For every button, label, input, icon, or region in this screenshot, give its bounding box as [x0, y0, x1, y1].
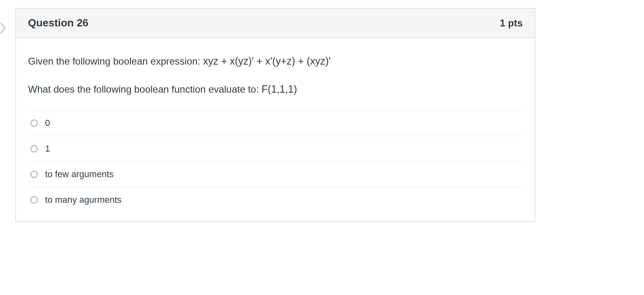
- answer-label: 0: [45, 118, 50, 128]
- radio-icon[interactable]: [30, 145, 38, 152]
- question-points: 1 pts: [500, 17, 523, 29]
- radio-icon[interactable]: [30, 119, 38, 127]
- question-prompt-line-2: What does the following boolean function…: [28, 82, 523, 96]
- answer-label: 1: [45, 143, 50, 154]
- question-header: Question 26 1 pts: [16, 9, 535, 38]
- radio-icon[interactable]: [30, 196, 38, 204]
- answer-option[interactable]: 1: [28, 136, 523, 161]
- answer-option[interactable]: to few arguments: [28, 161, 523, 187]
- radio-icon[interactable]: [30, 171, 38, 178]
- question-prompt-line-1: Given the following boolean expression: …: [28, 54, 523, 68]
- answer-label: to few arguments: [45, 169, 114, 180]
- question-card: Question 26 1 pts Given the following bo…: [15, 8, 535, 222]
- current-question-indicator-icon: [0, 22, 6, 36]
- answer-option[interactable]: 0: [28, 110, 523, 136]
- function-call: F(1,1,1): [261, 83, 297, 95]
- answer-option[interactable]: to many agurments: [28, 187, 523, 209]
- question-title: Question 26: [28, 17, 89, 29]
- question-body: Given the following boolean expression: …: [16, 38, 535, 221]
- answer-list: 0 1 to few arguments to many agurments: [28, 110, 523, 209]
- prompt-prefix-1: Given the following boolean expression:: [28, 56, 203, 67]
- boolean-expression: xyz + x(yz)' + x'(y+z) + (xyz)': [203, 55, 331, 67]
- question-text: Given the following boolean expression: …: [28, 54, 523, 96]
- prompt-prefix-2: What does the following boolean function…: [28, 84, 261, 95]
- answer-label: to many agurments: [45, 195, 121, 205]
